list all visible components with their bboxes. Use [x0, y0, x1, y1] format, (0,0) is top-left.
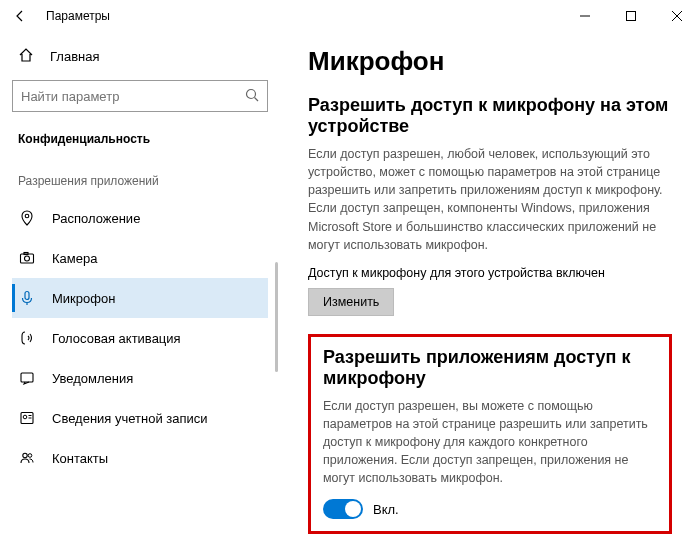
nav-label: Контакты — [52, 451, 108, 466]
svg-rect-10 — [25, 292, 29, 300]
sidebar-item-notifications[interactable]: Уведомления — [12, 358, 268, 398]
sidebar-item-account-info[interactable]: Сведения учетной записи — [12, 398, 268, 438]
svg-rect-1 — [627, 12, 636, 21]
search-box[interactable] — [12, 80, 268, 112]
home-label: Главная — [50, 49, 99, 64]
search-input[interactable] — [21, 89, 245, 104]
nav-label: Микрофон — [52, 291, 115, 306]
change-button[interactable]: Изменить — [308, 288, 394, 316]
account-info-icon — [18, 410, 36, 426]
svg-point-8 — [25, 256, 30, 261]
nav-label: Сведения учетной записи — [52, 411, 208, 426]
voice-icon — [18, 330, 36, 346]
sidebar-item-camera[interactable]: Камера — [12, 238, 268, 278]
section1-body: Если доступ разрешен, любой человек, исп… — [308, 145, 672, 254]
maximize-button[interactable] — [608, 0, 654, 32]
contacts-icon — [18, 450, 36, 466]
svg-point-4 — [247, 89, 256, 98]
minimize-button[interactable] — [562, 0, 608, 32]
nav-label: Голосовая активация — [52, 331, 181, 346]
svg-point-17 — [28, 454, 32, 458]
camera-icon — [18, 250, 36, 266]
svg-point-16 — [23, 453, 27, 457]
scrollbar-thumb[interactable] — [275, 262, 278, 372]
toggle-label: Вкл. — [373, 502, 399, 517]
svg-point-6 — [25, 214, 29, 218]
search-icon — [245, 88, 259, 105]
back-button[interactable] — [8, 9, 32, 23]
svg-rect-11 — [21, 373, 33, 382]
access-status: Доступ к микрофону для этого устройства … — [308, 266, 672, 280]
page-title: Микрофон — [308, 46, 672, 77]
notifications-icon — [18, 370, 36, 386]
nav-label: Уведомления — [52, 371, 133, 386]
titlebar: Параметры — [0, 0, 700, 32]
content-pane: Микрофон Разрешить доступ к микрофону на… — [280, 32, 700, 536]
apps-access-toggle[interactable] — [323, 499, 363, 519]
highlight-box: Разрешить приложениям доступ к микрофону… — [308, 334, 672, 535]
section1-title: Разрешить доступ к микрофону на этом уст… — [308, 95, 672, 137]
nav-label: Расположение — [52, 211, 140, 226]
home-nav[interactable]: Главная — [12, 38, 268, 74]
group-title: Разрешения приложений — [12, 160, 268, 198]
section2-body: Если доступ разрешен, вы можете с помощь… — [323, 397, 657, 488]
window-title: Параметры — [46, 9, 110, 23]
sidebar-item-microphone[interactable]: Микрофон — [12, 278, 268, 318]
section-title: Конфиденциальность — [12, 124, 268, 160]
svg-line-5 — [255, 97, 259, 101]
microphone-icon — [18, 290, 36, 306]
sidebar-item-voice-activation[interactable]: Голосовая активация — [12, 318, 268, 358]
sidebar-item-contacts[interactable]: Контакты — [12, 438, 268, 478]
sidebar: Главная Конфиденциальность Разрешения пр… — [0, 32, 280, 536]
svg-rect-7 — [21, 254, 34, 263]
location-icon — [18, 210, 36, 226]
home-icon — [18, 47, 34, 66]
sidebar-item-location[interactable]: Расположение — [12, 198, 268, 238]
close-button[interactable] — [654, 0, 700, 32]
svg-point-13 — [23, 415, 27, 419]
section2-title: Разрешить приложениям доступ к микрофону — [323, 347, 657, 389]
nav-label: Камера — [52, 251, 97, 266]
